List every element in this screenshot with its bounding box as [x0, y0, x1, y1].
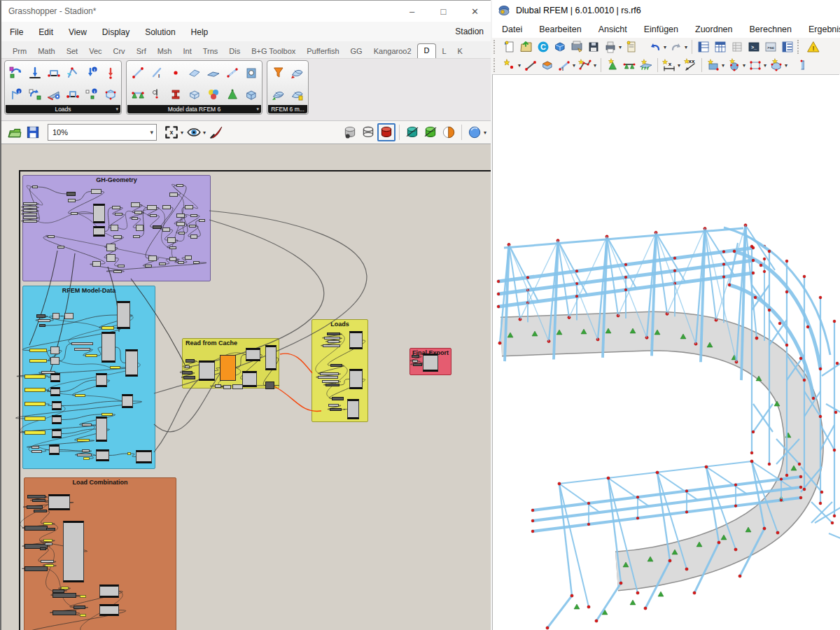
- line-node-icon[interactable]: [522, 57, 539, 74]
- gh-node[interactable]: [27, 505, 43, 509]
- gh-node[interactable]: [186, 359, 195, 363]
- gh-node[interactable]: [48, 494, 70, 510]
- member-i-icon[interactable]: I: [147, 62, 166, 83]
- gh-node[interactable]: [63, 521, 84, 582]
- gh-menu-file[interactable]: File: [10, 27, 23, 37]
- gh-node[interactable]: [150, 214, 157, 217]
- gh-node[interactable]: [185, 205, 193, 209]
- gh-node[interactable]: [113, 270, 122, 273]
- gh-node[interactable]: [24, 566, 48, 571]
- mode-wire-icon[interactable]: [359, 123, 377, 141]
- rfem-menu-datei[interactable]: Datei: [502, 24, 522, 34]
- gh-node[interactable]: [96, 373, 107, 387]
- gh-node[interactable]: [147, 205, 157, 210]
- table-edit-icon[interactable]: [729, 38, 746, 55]
- rfem-titlebar[interactable]: Dlubal RFEM | 6.01.0010 | rs.rf6: [492, 0, 840, 21]
- gh-node[interactable]: [46, 528, 55, 531]
- gh-panel-label[interactable]: Loads▾: [6, 105, 120, 113]
- gh-node[interactable]: [347, 399, 359, 419]
- gh-node[interactable]: [52, 593, 76, 598]
- solid-box-icon[interactable]: [241, 83, 260, 105]
- box3d-icon[interactable]: [768, 57, 785, 74]
- section-ibeam-icon[interactable]: [166, 83, 185, 105]
- caret-icon[interactable]: ▾: [619, 44, 622, 50]
- mesh-green-icon[interactable]: [269, 83, 288, 105]
- mesh-yellow-icon[interactable]: [288, 83, 307, 105]
- gh-node[interactable]: [323, 344, 340, 347]
- point-load-icon[interactable]: [25, 62, 44, 83]
- gh-node[interactable]: [182, 371, 192, 374]
- gh-node[interactable]: [176, 184, 183, 187]
- gh-node[interactable]: [96, 416, 107, 442]
- gh-node[interactable]: [50, 387, 60, 396]
- gh-tab-k[interactable]: K: [452, 45, 468, 58]
- line-load-icon[interactable]: [44, 62, 63, 83]
- gh-node[interactable]: [167, 237, 176, 243]
- preview-eye-icon[interactable]: [185, 123, 203, 141]
- gh-node[interactable]: [29, 349, 47, 352]
- redo-icon[interactable]: [668, 38, 685, 55]
- gh-tab-l[interactable]: L: [436, 45, 451, 58]
- gh-node[interactable]: [24, 374, 46, 379]
- caret-icon[interactable]: ▾: [785, 62, 788, 69]
- gh-node[interactable]: [23, 216, 37, 219]
- gh-node[interactable]: [102, 326, 114, 330]
- rfem-menu-bearbeiten[interactable]: Bearbeiten: [539, 24, 581, 34]
- gh-node[interactable]: [169, 246, 176, 249]
- gh-node[interactable]: [52, 610, 76, 615]
- zoom-extents-icon[interactable]: x: [162, 123, 181, 141]
- gh-node[interactable]: [43, 522, 52, 525]
- mode-grey-icon[interactable]: [341, 123, 359, 141]
- ssupport-icon[interactable]: [638, 57, 654, 74]
- solid3d-icon[interactable]: [539, 57, 556, 74]
- gh-node[interactable]: [48, 235, 55, 238]
- caret-icon[interactable]: ▾: [573, 62, 575, 69]
- lsupport-icon[interactable]: [621, 57, 638, 74]
- gh-node[interactable]: [169, 257, 176, 261]
- gh-node[interactable]: [24, 430, 46, 435]
- gh-node[interactable]: [96, 449, 109, 461]
- material-wheel-icon[interactable]: [204, 83, 223, 105]
- gh-node[interactable]: [74, 606, 85, 609]
- webcube-icon[interactable]: [552, 38, 568, 55]
- gh-node[interactable]: [71, 212, 78, 215]
- gh-node[interactable]: [178, 261, 184, 264]
- gh-node[interactable]: [332, 397, 344, 400]
- gh-node[interactable]: [199, 360, 215, 381]
- load-cube-icon[interactable]: [101, 83, 120, 105]
- truss-support-icon[interactable]: [128, 83, 147, 105]
- gh-node[interactable]: [153, 225, 162, 229]
- gh-node[interactable]: [64, 313, 74, 319]
- surface-icon[interactable]: [705, 57, 722, 74]
- gh-node[interactable]: [34, 510, 47, 512]
- rfem-3d-viewport[interactable]: [492, 74, 839, 630]
- gh-node[interactable]: [327, 332, 340, 335]
- boxes-info-icon[interactable]: i: [82, 83, 101, 105]
- gh-node[interactable]: [77, 439, 90, 442]
- gh-node[interactable]: [328, 404, 339, 407]
- c-service-icon[interactable]: C: [535, 38, 552, 55]
- gh-node[interactable]: [215, 384, 221, 388]
- caret-icon[interactable]: ▾: [678, 62, 680, 69]
- gh-node[interactable]: [43, 539, 52, 542]
- caret-icon[interactable]: ▾: [685, 44, 687, 50]
- gh-node[interactable]: [330, 364, 342, 367]
- open-file-icon[interactable]: [6, 123, 24, 141]
- gh-node[interactable]: [24, 526, 48, 531]
- gh-node[interactable]: [57, 246, 64, 248]
- gh-node[interactable]: [223, 385, 231, 389]
- gh-tab-b-g-toolbox[interactable]: B+G Toolbox: [246, 45, 301, 58]
- gh-tab-srf[interactable]: Srf: [131, 45, 152, 58]
- gh-node[interactable]: [74, 348, 90, 351]
- caret-icon[interactable]: ▾: [743, 62, 746, 69]
- gh-node[interactable]: [127, 452, 131, 455]
- mode-half-icon[interactable]: [440, 123, 458, 141]
- gh-node[interactable]: [110, 366, 120, 369]
- table-grid-icon[interactable]: [712, 38, 729, 55]
- gh-node[interactable]: [71, 342, 93, 345]
- caret-icon[interactable]: ▾: [518, 62, 521, 69]
- maximize-button[interactable]: □: [428, 1, 459, 22]
- gh-node[interactable]: [113, 235, 122, 239]
- gh-node[interactable]: [38, 319, 50, 322]
- gh-node[interactable]: [169, 192, 178, 197]
